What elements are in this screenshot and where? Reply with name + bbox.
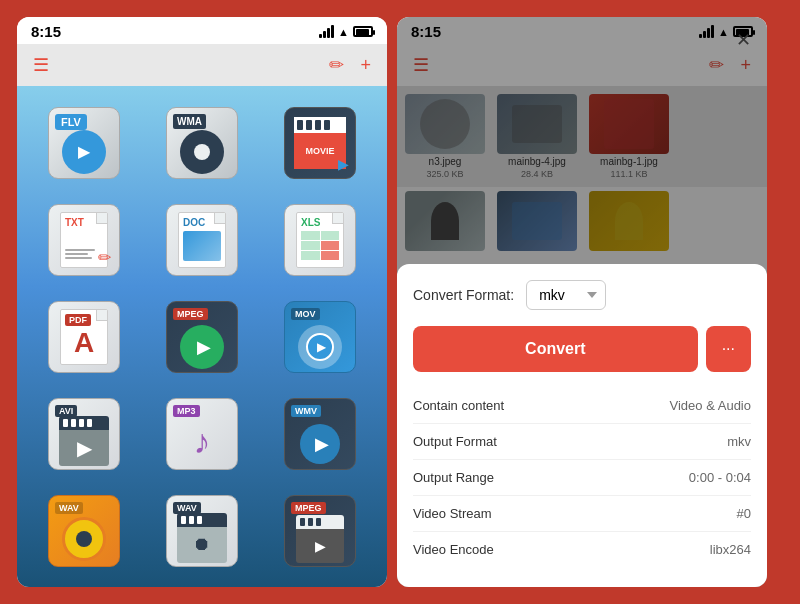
mpeg-play-icon: ▶ [180, 325, 224, 369]
mpeg2-clapboard-icon: ▶ [296, 515, 344, 563]
wmv-play-icon: ▶ [300, 424, 340, 464]
mov-label: MOV [291, 308, 320, 320]
avi-file-icon[interactable]: AVI ▶ [29, 389, 139, 478]
left-time: 8:15 [31, 23, 61, 40]
info-row-output-format: Output Format mkv [413, 424, 751, 460]
video-encode-val: libx264 [710, 542, 751, 557]
more-options-button[interactable]: ··· [706, 326, 751, 372]
left-phone: 8:15 ▲ ☰ ✏ + FLV [17, 17, 387, 587]
contain-content-key: Contain content [413, 398, 504, 413]
output-format-val: mkv [727, 434, 751, 449]
convert-info-table: Contain content Video & Audio Output For… [413, 388, 751, 567]
mov-file-icon[interactable]: MOV ▶ [265, 292, 375, 381]
format-label: Convert Format: [413, 287, 514, 303]
format-select[interactable]: mkv mp4 avi mov [526, 280, 606, 310]
mov-circle-icon: ▶ [298, 325, 342, 369]
mpeg2-file-icon[interactable]: MPEG ▶ [265, 486, 375, 575]
doc-file-icon[interactable]: DOC [147, 195, 257, 284]
pencil-icon[interactable]: ✏ [329, 54, 344, 76]
video-stream-val: #0 [737, 506, 751, 521]
wav-clapboard-icon: ⏺ [177, 513, 227, 563]
info-row-video-stream: Video Stream #0 [413, 496, 751, 532]
avi-clapboard-icon: ▶ [59, 416, 109, 466]
signal-bars-icon [319, 25, 334, 38]
xls-doc-icon: XLS [296, 212, 344, 268]
modal-action-buttons: Convert ··· [413, 326, 751, 372]
info-row-contain: Contain content Video & Audio [413, 388, 751, 424]
doc-doc-icon: DOC [178, 212, 226, 268]
avi-label: AVI [55, 405, 77, 417]
video-stream-key: Video Stream [413, 506, 492, 521]
modal-close-button[interactable]: ✕ [736, 29, 751, 51]
flv-file-icon[interactable]: FLV [29, 98, 139, 187]
wmv-file-icon[interactable]: WMV ▶ [265, 389, 375, 478]
plus-icon[interactable]: + [360, 55, 371, 76]
file-icons-grid: FLV WMA [17, 86, 387, 587]
wmv-label: WMV [291, 405, 321, 417]
pdf-file-icon[interactable]: PDF A [29, 292, 139, 381]
wav-orange-file-icon[interactable]: WAV [29, 486, 139, 575]
convert-modal: ✕ Convert Format: mkv mp4 avi mov Conver… [397, 264, 767, 587]
mp3-label: MP3 [173, 405, 200, 417]
right-phone: 8:15 ▲ ☰ ✏ + n3.jpeg 325.0 KB [397, 17, 767, 587]
mp3-note-icon: ♪ [194, 422, 211, 461]
movie-file-icon[interactable]: MOVIE ▶ [265, 98, 375, 187]
wav-orange-label: WAV [55, 502, 83, 514]
txt-file-icon[interactable]: TXT ✏ [29, 195, 139, 284]
flv-play-icon [62, 130, 106, 174]
video-encode-key: Video Encode [413, 542, 494, 557]
pdf-doc-icon: PDF A [60, 309, 108, 365]
wma-file-icon[interactable]: WMA [147, 98, 257, 187]
mpeg2-label: MPEG [291, 502, 326, 514]
output-range-val: 0:00 - 0:04 [689, 470, 751, 485]
output-range-key: Output Range [413, 470, 494, 485]
xls-file-icon[interactable]: XLS [265, 195, 375, 284]
header-right-icons: ✏ + [329, 54, 371, 76]
wifi-icon: ▲ [338, 26, 349, 38]
left-status-bar: 8:15 ▲ [17, 17, 387, 44]
format-row: Convert Format: mkv mp4 avi mov [413, 280, 751, 310]
mpeg-label: MPEG [173, 308, 208, 320]
info-row-output-range: Output Range 0:00 - 0:04 [413, 460, 751, 496]
convert-button[interactable]: Convert [413, 326, 698, 372]
hamburger-icon[interactable]: ☰ [33, 54, 49, 76]
movie-play-icon: ▶ [338, 156, 349, 172]
wav-gray-label: WAV [173, 502, 201, 514]
output-format-key: Output Format [413, 434, 497, 449]
wav-orange-circle-icon [62, 517, 106, 561]
wav-gray-file-icon[interactable]: WAV ⏺ [147, 486, 257, 575]
mpeg-file-icon[interactable]: MPEG ▶ [147, 292, 257, 381]
modal-overlay: ✕ Convert Format: mkv mp4 avi mov Conver… [397, 17, 767, 587]
info-row-video-encode: Video Encode libx264 [413, 532, 751, 567]
mp3-file-icon[interactable]: MP3 ♪ [147, 389, 257, 478]
left-status-icons: ▲ [319, 25, 373, 38]
contain-content-val: Video & Audio [670, 398, 751, 413]
left-app-header: ☰ ✏ + [17, 44, 387, 86]
wma-disc-icon [180, 130, 224, 174]
battery-icon [353, 26, 373, 37]
pencil-doc-icon: ✏ [98, 248, 111, 267]
